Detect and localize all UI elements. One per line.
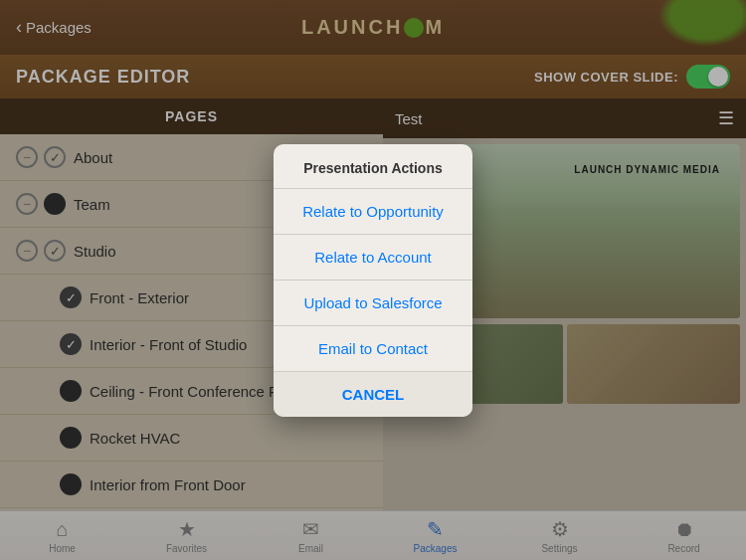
relate-account-action[interactable]: Relate to Account xyxy=(274,235,472,280)
modal-overlay[interactable]: Presentation Actions Relate to Opportuni… xyxy=(0,0,746,560)
modal-title: Presentation Actions xyxy=(274,160,472,189)
relate-opportunity-action[interactable]: Relate to Opportunity xyxy=(274,189,472,235)
modal-dialog: Presentation Actions Relate to Opportuni… xyxy=(274,144,472,417)
cancel-button[interactable]: CANCEL xyxy=(274,371,472,417)
upload-salesforce-action[interactable]: Upload to Salesforce xyxy=(274,280,472,326)
email-contact-action[interactable]: Email to Contact xyxy=(274,326,472,371)
